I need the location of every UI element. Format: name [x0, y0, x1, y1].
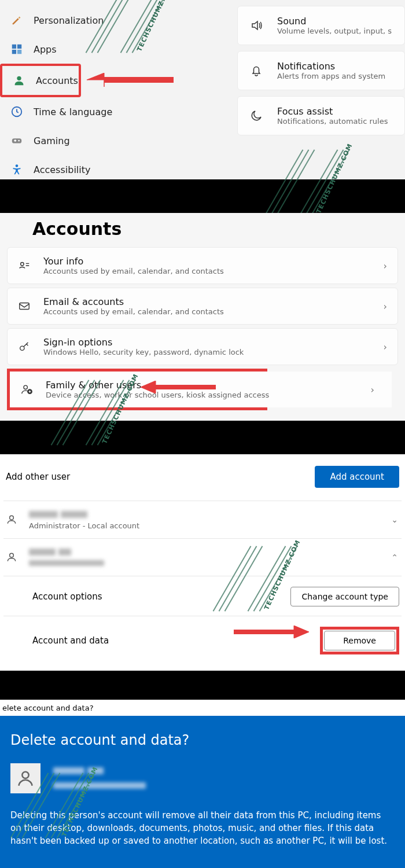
user-row[interactable]: ⌃ — [3, 538, 402, 576]
svg-rect-11 — [20, 303, 30, 310]
dialog-message: Deleting this person's account will remo… — [10, 810, 390, 847]
chevron-right-icon: › — [384, 301, 387, 312]
chevron-right-icon: › — [384, 341, 387, 352]
divider — [0, 671, 405, 700]
svg-rect-1 — [17, 45, 21, 49]
dialog-heading: Delete account and data? — [10, 732, 390, 748]
key-icon — [18, 340, 31, 353]
gamepad-icon — [10, 134, 23, 147]
add-account-button[interactable]: Add account — [315, 466, 399, 488]
sidebar-item-time-language[interactable]: Time & language — [0, 97, 237, 126]
person-icon — [6, 514, 17, 525]
card-label: Sound — [277, 16, 392, 27]
sidebar-item-gaming[interactable]: Gaming — [0, 126, 237, 155]
svg-point-8 — [16, 164, 19, 167]
account-options-row: Account options Change account type — [3, 576, 402, 616]
user-row[interactable]: Administrator - Local account ⌄ — [3, 501, 402, 538]
user-role: Administrator - Local account — [29, 521, 139, 530]
svg-rect-3 — [17, 50, 21, 54]
user-name-redacted — [53, 766, 146, 777]
svg-point-17 — [10, 553, 14, 557]
chevron-up-icon: ⌃ — [391, 553, 398, 562]
svg-rect-18 — [234, 630, 294, 634]
annotation-arrow — [141, 381, 216, 393]
row-email-accounts[interactable]: Email & accountsAccounts used by email, … — [7, 288, 398, 325]
row-signin-options[interactable]: Sign-in optionsWindows Hello, security k… — [7, 328, 398, 365]
divider — [0, 421, 405, 454]
row-label: Your info — [43, 256, 224, 267]
person-icon — [13, 74, 25, 87]
remove-button[interactable]: Remove — [324, 631, 395, 650]
page-title: Accounts — [0, 213, 405, 244]
delete-account-dialog: Delete account and data? Deleting this p… — [0, 716, 405, 868]
card-sub: Alerts from apps and system — [277, 72, 385, 80]
card-notifications[interactable]: NotificationsAlerts from apps and system — [237, 51, 405, 90]
card-label: Notifications — [277, 61, 385, 72]
svg-point-10 — [21, 263, 24, 266]
card-sound[interactable]: SoundVolume levels, output, input, s — [237, 6, 405, 45]
sidebar-item-label: Apps — [34, 44, 57, 55]
sidebar-item-label: Accessibility — [34, 164, 90, 175]
svg-point-19 — [22, 772, 28, 778]
account-data-row: Account and data Remove — [3, 616, 402, 664]
globe-time-icon — [10, 105, 23, 118]
svg-rect-15 — [156, 385, 216, 389]
accessibility-icon — [10, 163, 23, 176]
sidebar-item-accounts[interactable]: Accounts — [2, 66, 79, 95]
svg-point-13 — [24, 385, 27, 389]
sidebar-item-label: Accounts — [36, 75, 78, 86]
dialog-window-title: elete account and data? — [0, 700, 405, 716]
svg-point-16 — [10, 516, 14, 520]
svg-point-4 — [17, 76, 21, 80]
row-sub: Accounts used by email, calendar, and co… — [43, 307, 224, 316]
divider: TECHSCHUMZ.COM — [0, 179, 405, 213]
svg-point-7 — [18, 140, 20, 142]
row-sub: Accounts used by email, calendar, and co… — [43, 267, 224, 275]
sidebar-item-apps[interactable]: Apps — [0, 35, 237, 64]
person-icon — [6, 551, 17, 563]
annotation-arrow — [87, 73, 174, 87]
label: Account and data — [32, 635, 109, 646]
card-sub: Notifications, automatic rules — [277, 117, 388, 126]
row-your-info[interactable]: Your infoAccounts used by email, calenda… — [7, 247, 398, 284]
svg-point-12 — [20, 346, 24, 350]
brush-icon — [10, 14, 23, 27]
mail-icon — [18, 300, 31, 312]
card-sub: Volume levels, output, input, s — [277, 27, 392, 35]
card-focus-assist[interactable]: Focus assistNotifications, automatic rul… — [237, 96, 405, 135]
chevron-right-icon: › — [384, 260, 387, 271]
svg-rect-2 — [12, 50, 16, 54]
chevron-right-icon: › — [371, 384, 374, 395]
row-sub: Windows Hello, security key, password, d… — [43, 348, 244, 356]
bell-icon — [249, 64, 263, 78]
sidebar-item-personalization[interactable]: Personalization — [0, 6, 237, 35]
row-label: Sign-in options — [43, 337, 244, 348]
id-card-icon — [18, 259, 31, 272]
sidebar-item-label: Time & language — [34, 106, 112, 117]
sidebar-item-label: Personalization — [34, 15, 104, 26]
sidebar-item-label: Gaming — [34, 135, 70, 146]
speaker-icon — [249, 19, 263, 32]
moon-icon — [249, 109, 263, 123]
svg-rect-0 — [12, 45, 16, 49]
change-account-type-button[interactable]: Change account type — [290, 587, 399, 606]
user-name-redacted — [29, 547, 104, 558]
svg-rect-6 — [12, 138, 22, 143]
section-label: Add other user — [6, 472, 70, 482]
people-add-icon — [20, 383, 33, 396]
user-email-redacted — [29, 559, 104, 568]
sidebar-item-accessibility[interactable]: Accessibility — [0, 155, 237, 179]
card-label: Focus assist — [277, 106, 388, 117]
svg-rect-9 — [104, 77, 174, 83]
annotation-arrow — [234, 626, 309, 638]
user-email-redacted — [53, 780, 146, 791]
chevron-down-icon: ⌄ — [391, 515, 398, 524]
row-label: Email & accounts — [43, 296, 224, 307]
avatar-icon — [10, 763, 41, 793]
user-name-redacted — [29, 509, 139, 520]
label: Account options — [32, 591, 102, 602]
apps-icon — [10, 43, 23, 56]
